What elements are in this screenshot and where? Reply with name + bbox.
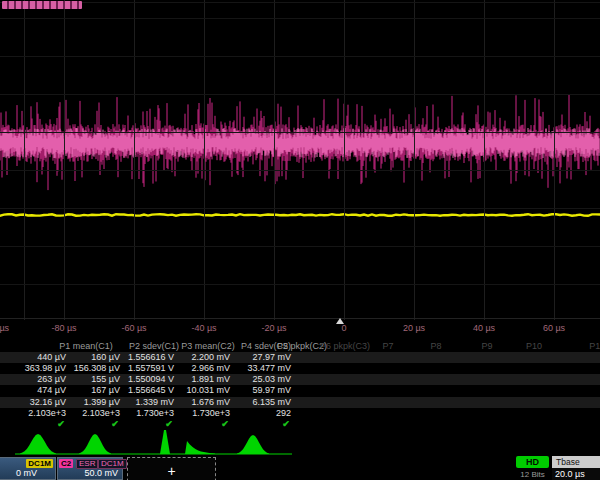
measure-header-unused[interactable]: P7 xyxy=(382,341,393,351)
measure-header[interactable]: P2 sdev(C1) xyxy=(129,341,179,351)
measure-status-check: ✔ xyxy=(165,419,173,429)
measure-max-cell: 1.556645 V xyxy=(128,385,174,395)
measure-header-unused[interactable]: P8 xyxy=(430,341,441,351)
measure-sdev-cell: 1.399 µV xyxy=(84,397,120,407)
time-tick-label: 20 µs xyxy=(403,323,425,333)
measure-sdev-cell: 1.676 mV xyxy=(191,397,230,407)
trigger-position-marker[interactable] xyxy=(336,318,344,324)
timebase-title: Tbase xyxy=(552,456,600,468)
measure-num-cell: 2.103e+3 xyxy=(82,408,120,418)
measure-num-cell: 1.730e+3 xyxy=(136,408,174,418)
measure-value-cell: 27.97 mV xyxy=(252,352,291,362)
table-row-stripe xyxy=(0,374,600,385)
time-tick-label: -40 µs xyxy=(191,323,216,333)
c1-coupling-badge: DC1M xyxy=(26,459,53,468)
c2-volts-per-div: 50.0 mV xyxy=(84,468,118,478)
measure-header-unused[interactable]: P11 xyxy=(589,341,600,351)
trace-label-badge xyxy=(2,1,82,9)
measure-sdev-cell: 32.16 µV xyxy=(30,397,66,407)
plus-icon: + xyxy=(167,463,175,479)
time-tick-label: 0 xyxy=(341,323,346,333)
histicon-shape[interactable] xyxy=(185,441,215,454)
measure-value-cell: 1.556616 V xyxy=(128,352,174,362)
measure-max-cell: 59.97 mV xyxy=(252,385,291,395)
time-tick-label: 40 µs xyxy=(473,323,495,333)
measure-min-cell: 155 µV xyxy=(91,374,120,384)
measure-max-cell: 167 µV xyxy=(91,385,120,395)
measure-mean-cell: 33.477 mV xyxy=(247,363,291,373)
measure-status-check: ✔ xyxy=(57,419,65,429)
measure-value-cell: 160 µV xyxy=(91,352,120,362)
c2-label-badge: C2 xyxy=(59,459,73,468)
add-channel-button[interactable]: + xyxy=(127,457,216,480)
timebase-value: 20.0 µs xyxy=(552,468,600,480)
time-tick-label: -20 µs xyxy=(261,323,286,333)
waveform-grid xyxy=(0,0,600,320)
measure-mean-cell: 1.557591 V xyxy=(128,363,174,373)
histicon-shape[interactable] xyxy=(20,434,56,454)
measure-header-unused[interactable]: P6 pkpk(C3) xyxy=(320,341,370,351)
channel-c1-descriptor[interactable]: DC1M 0 mV xyxy=(0,457,56,480)
measure-num-cell: 1.730e+3 xyxy=(192,408,230,418)
measure-max-cell: 10.031 mV xyxy=(186,385,230,395)
time-tick-label: -100 µs xyxy=(0,323,9,333)
time-tick-label: -80 µs xyxy=(51,323,76,333)
measure-histicons[interactable] xyxy=(0,430,600,456)
measure-mean-cell: 363.98 µV xyxy=(25,363,66,373)
c1-volts-per-div: 0 mV xyxy=(16,468,37,478)
measure-status-check: ✔ xyxy=(282,419,290,429)
measure-mean-cell: 156.308 µV xyxy=(74,363,120,373)
histicon-shape[interactable] xyxy=(160,430,170,454)
measure-sdev-cell: 1.339 mV xyxy=(135,397,174,407)
measure-header[interactable]: P3 mean(C2) xyxy=(181,341,235,351)
histicon-shape[interactable] xyxy=(79,434,111,454)
measure-value-cell: 440 µV xyxy=(37,352,66,362)
measure-value-cell: 2.200 mV xyxy=(191,352,230,362)
measure-min-cell: 263 µV xyxy=(37,374,66,384)
histicon-shape[interactable] xyxy=(237,435,269,454)
table-row-stripe xyxy=(0,352,600,363)
measure-status-check: ✔ xyxy=(111,419,119,429)
measure-num-cell: 2.103e+3 xyxy=(28,408,66,418)
measure-sdev-cell: 6.135 mV xyxy=(252,397,291,407)
hd-mode-badge[interactable]: HD xyxy=(516,456,549,468)
measure-status-check: ✔ xyxy=(221,419,229,429)
channel-c2-descriptor[interactable]: C2 ESR DC1M 50.0 mV xyxy=(57,457,123,480)
oscilloscope-screen: -100 µs-80 µs-60 µs-40 µs-20 µs020 µs40 … xyxy=(0,0,600,480)
measure-header[interactable]: P1 mean(C1) xyxy=(59,341,113,351)
measure-min-cell: 1.550094 V xyxy=(128,374,174,384)
measure-min-cell: 25.03 mV xyxy=(252,374,291,384)
hd-bits-label: 12 Bits xyxy=(511,470,554,479)
time-tick-label: 60 µs xyxy=(543,323,565,333)
time-axis: -100 µs-80 µs-60 µs-40 µs-20 µs020 µs40 … xyxy=(0,318,600,335)
grid-horizontal-lines xyxy=(0,0,600,320)
table-row-stripe xyxy=(0,397,600,408)
time-tick-label: -60 µs xyxy=(121,323,146,333)
measure-mean-cell: 2.966 mV xyxy=(191,363,230,373)
timebase-descriptor[interactable]: Tbase 20.0 µs xyxy=(552,456,600,480)
measure-header-unused[interactable]: P9 xyxy=(481,341,492,351)
measure-min-cell: 1.891 mV xyxy=(191,374,230,384)
measure-header-unused[interactable]: P10 xyxy=(526,341,542,351)
measure-max-cell: 474 µV xyxy=(37,385,66,395)
measure-num-cell: 292 xyxy=(276,408,291,418)
